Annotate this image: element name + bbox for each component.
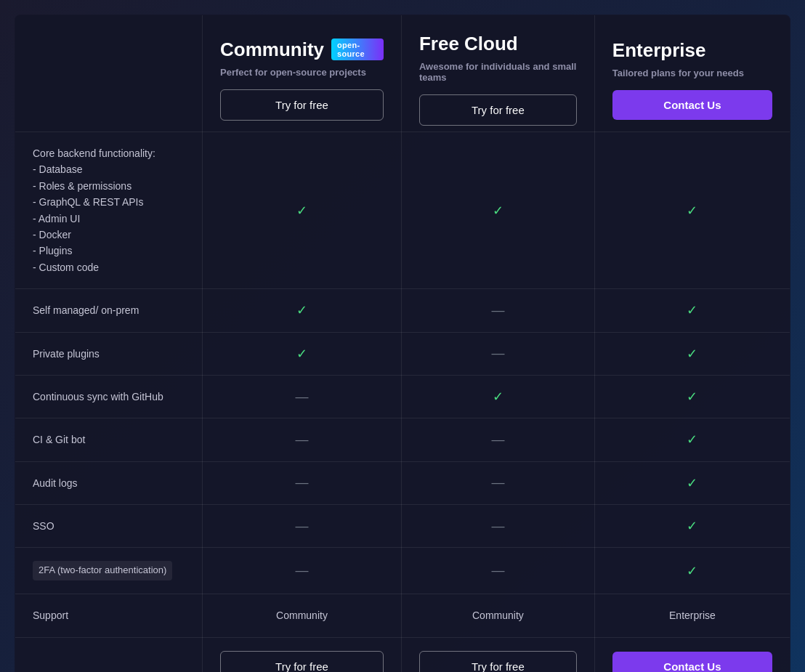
dash-icon-audit-logs-free-cloud: —: [491, 475, 504, 490]
footer-cta-cell-enterprise: Contact Us: [594, 637, 790, 672]
support-text-enterprise: Enterprise: [669, 610, 716, 621]
try-free-button-community-top[interactable]: Try for free: [220, 89, 384, 121]
feature-row-core-backend: Core backend functionality: - Database -…: [15, 132, 790, 289]
dash-icon-ci-git-bot-free-cloud: —: [491, 432, 504, 447]
plan-title-enterprise: Enterprise: [612, 39, 706, 62]
feature-value-support-community: Community: [203, 594, 402, 637]
plan-header-free-cloud: Free Cloud Awesome for individuals and s…: [401, 15, 594, 132]
feature-label-support: Support: [15, 594, 203, 637]
cta-button-community-bottom[interactable]: Try for free: [220, 651, 384, 672]
dash-icon-ci-git-bot-community: —: [296, 432, 309, 447]
footer-cta-row: Try for freeTry for freeContact Us: [15, 637, 790, 672]
dash-icon-2fa-community: —: [296, 563, 309, 578]
feature-row-continuous-sync: Continuous sync with GitHub—✓✓: [15, 375, 790, 418]
feature-row-audit-logs: Audit logs——✓: [15, 461, 790, 504]
feature-label-ci-git-bot: CI & Git bot: [15, 418, 203, 461]
footer-cta-cell-free-cloud: Try for free: [401, 637, 594, 672]
feature-row-private-plugins: Private plugins✓—✓: [15, 332, 790, 375]
check-icon-private-plugins-community: ✓: [296, 347, 307, 361]
feature-value-private-plugins-enterprise: ✓: [594, 332, 790, 375]
feature-row-2fa: 2FA (two-factor authentication)——✓: [15, 548, 790, 594]
feature-value-private-plugins-free-cloud: —: [401, 332, 594, 375]
check-icon-continuous-sync-enterprise: ✓: [687, 389, 697, 404]
pricing-wrapper: Community open-source Perfect for open-s…: [0, 0, 805, 672]
feature-label-self-managed: Self managed/ on-prem: [15, 289, 203, 332]
footer-empty-cell: [15, 637, 203, 672]
feature-value-core-backend-community: ✓: [203, 132, 402, 289]
dash-icon-self-managed-free-cloud: —: [491, 303, 504, 317]
feature-value-ci-git-bot-community: —: [203, 418, 402, 461]
support-text-free-cloud: Community: [472, 610, 524, 621]
plan-name-enterprise: Enterprise: [612, 39, 772, 62]
dash-icon-audit-logs-community: —: [296, 475, 309, 490]
open-source-badge: open-source: [331, 39, 384, 60]
feature-label-audit-logs: Audit logs: [15, 461, 203, 504]
feature-value-ci-git-bot-enterprise: ✓: [594, 418, 790, 461]
feature-header-cell: [15, 15, 203, 132]
dash-icon-sso-community: —: [296, 519, 309, 533]
feature-value-self-managed-community: ✓: [203, 289, 402, 332]
check-icon-continuous-sync-free-cloud: ✓: [493, 389, 503, 404]
plan-title-free-cloud: Free Cloud: [419, 33, 518, 55]
support-text-community: Community: [276, 610, 328, 621]
feature-label-text-2fa: 2FA (two-factor authentication): [33, 561, 172, 580]
feature-value-audit-logs-free-cloud: —: [401, 461, 594, 504]
feature-value-self-managed-enterprise: ✓: [594, 289, 790, 332]
feature-value-support-enterprise: Enterprise: [594, 594, 790, 637]
feature-value-continuous-sync-free-cloud: ✓: [401, 375, 594, 418]
plan-header-enterprise: Enterprise Tailored plans for your needs…: [594, 15, 790, 132]
check-icon-sso-enterprise: ✓: [687, 519, 697, 533]
contact-us-button-enterprise-top[interactable]: Contact Us: [612, 90, 772, 120]
feature-label-continuous-sync: Continuous sync with GitHub: [15, 375, 203, 418]
feature-value-2fa-enterprise: ✓: [594, 548, 790, 594]
feature-value-2fa-free-cloud: —: [401, 548, 594, 594]
feature-row-sso: SSO——✓: [15, 505, 790, 548]
plan-name-free-cloud: Free Cloud: [419, 33, 577, 55]
plan-name-community: Community open-source: [220, 39, 384, 61]
header-row: Community open-source Perfect for open-s…: [15, 15, 790, 132]
feature-value-sso-community: —: [203, 505, 402, 548]
footer-cta-cell-community: Try for free: [203, 637, 402, 672]
plan-header-community: Community open-source Perfect for open-s…: [203, 15, 402, 132]
try-free-button-free-cloud-top[interactable]: Try for free: [419, 94, 577, 126]
feature-value-2fa-community: —: [203, 548, 402, 594]
feature-label-sso: SSO: [15, 505, 203, 548]
dash-icon-2fa-free-cloud: —: [491, 563, 504, 578]
dash-icon-private-plugins-free-cloud: —: [491, 346, 504, 360]
plan-subtitle-community: Perfect for open-source projects: [220, 67, 384, 78]
check-icon-core-backend-community: ✓: [296, 203, 307, 218]
feature-row-self-managed: Self managed/ on-prem✓—✓: [15, 289, 790, 332]
features-tbody: Core backend functionality: - Database -…: [15, 132, 790, 673]
feature-label-core-backend: Core backend functionality: - Database -…: [15, 132, 203, 289]
plan-subtitle-free-cloud: Awesome for individuals and small teams: [419, 61, 577, 83]
dash-icon-continuous-sync-community: —: [296, 389, 309, 404]
check-icon-audit-logs-enterprise: ✓: [687, 476, 697, 490]
check-icon-private-plugins-enterprise: ✓: [687, 347, 697, 361]
feature-label-private-plugins: Private plugins: [15, 332, 203, 375]
feature-value-sso-free-cloud: —: [401, 505, 594, 548]
feature-value-ci-git-bot-free-cloud: —: [401, 418, 594, 461]
cta-button-free-cloud-bottom[interactable]: Try for free: [419, 651, 577, 672]
feature-value-core-backend-enterprise: ✓: [594, 132, 790, 289]
check-icon-self-managed-enterprise: ✓: [687, 303, 697, 317]
check-icon-ci-git-bot-enterprise: ✓: [687, 432, 697, 447]
check-icon-self-managed-community: ✓: [296, 303, 307, 317]
feature-value-audit-logs-enterprise: ✓: [594, 461, 790, 504]
feature-label-2fa: 2FA (two-factor authentication): [15, 548, 203, 594]
check-icon-core-backend-enterprise: ✓: [687, 203, 697, 218]
check-icon-core-backend-free-cloud: ✓: [493, 203, 503, 218]
feature-value-continuous-sync-community: —: [203, 375, 402, 418]
dash-icon-sso-free-cloud: —: [491, 519, 504, 533]
feature-row-support: SupportCommunityCommunityEnterprise: [15, 594, 790, 637]
pricing-table: Community open-source Perfect for open-s…: [15, 15, 790, 672]
feature-value-self-managed-free-cloud: —: [401, 289, 594, 332]
feature-row-ci-git-bot: CI & Git bot——✓: [15, 418, 790, 461]
cta-button-enterprise-bottom[interactable]: Contact Us: [612, 652, 772, 672]
feature-value-support-free-cloud: Community: [401, 594, 594, 637]
plan-title-community: Community: [220, 39, 324, 61]
feature-value-sso-enterprise: ✓: [594, 505, 790, 548]
check-icon-2fa-enterprise: ✓: [687, 564, 697, 578]
feature-value-audit-logs-community: —: [203, 461, 402, 504]
feature-value-continuous-sync-enterprise: ✓: [594, 375, 790, 418]
plan-subtitle-enterprise: Tailored plans for your needs: [612, 68, 772, 78]
